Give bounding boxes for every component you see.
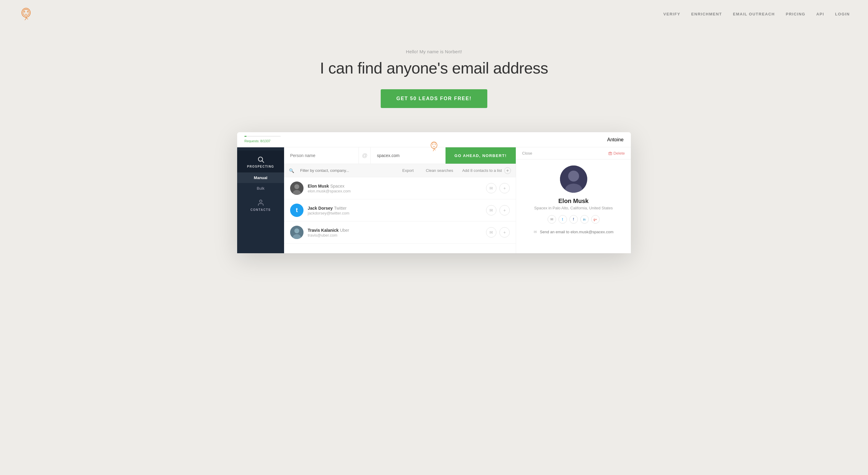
svg-point-5 bbox=[433, 144, 433, 145]
detail-avatar bbox=[560, 166, 587, 193]
filter-bar: 🔍 Export Clean searches Add 8 contacts t… bbox=[284, 164, 516, 177]
add-to-list: Add 8 contacts to a list + bbox=[462, 167, 511, 174]
add-action-button[interactable]: + bbox=[499, 183, 510, 193]
nav-login[interactable]: LOGIN bbox=[835, 12, 850, 16]
contact-email-elon: elon.musk@spacex.com bbox=[308, 189, 486, 193]
nav-enrichment[interactable]: ENRICHMENT bbox=[691, 12, 722, 16]
detail-body: Elon Musk Spacex in Palo Alto, Californi… bbox=[516, 160, 631, 240]
svg-line-8 bbox=[262, 161, 264, 163]
contact-avatar-elon bbox=[290, 181, 304, 195]
nav-logo bbox=[18, 5, 34, 23]
svg-point-1 bbox=[23, 9, 29, 16]
search-icon bbox=[257, 156, 265, 163]
contact-email-jack: jackdorsey@twitter.com bbox=[308, 211, 486, 215]
svg-point-24 bbox=[568, 171, 579, 181]
add-action-button[interactable]: + bbox=[499, 227, 510, 238]
cta-pre: Get bbox=[397, 96, 410, 101]
contact-row: Travis Kalanick Uber travis@uber.com ✉ + bbox=[284, 222, 516, 243]
contact-name-travis: Travis Kalanick bbox=[308, 228, 339, 233]
at-symbol: @ bbox=[359, 147, 371, 164]
detail-contact-name: Elon Musk bbox=[558, 198, 588, 205]
contact-company-spacex: Spacex bbox=[330, 184, 344, 189]
contacts-icon bbox=[257, 199, 265, 206]
contact-info-jack: Jack Dorsey Twitter jackdorsey@twitter.c… bbox=[308, 205, 486, 215]
email-action-button[interactable]: ✉ bbox=[486, 205, 496, 215]
contact-info-travis: Travis Kalanick Uber travis@uber.com bbox=[308, 228, 486, 238]
detail-header: Close Delete bbox=[516, 147, 631, 160]
sidebar: PROSPECTING Manual Bulk CONTACTS bbox=[237, 147, 284, 253]
search-bar: @ GO AHEAD, NORBERT! bbox=[284, 147, 516, 164]
nav-api[interactable]: API bbox=[816, 12, 824, 16]
contact-avatar-travis bbox=[290, 226, 304, 239]
nav-links: VERIFY ENRICHMENT EMAIL OUTREACH PRICING… bbox=[663, 11, 850, 16]
cta-button[interactable]: Get 50 LEADS for free! bbox=[381, 89, 487, 108]
contact-actions-elon: ✉ + bbox=[486, 183, 510, 193]
sidebar-item-contacts[interactable]: CONTACTS bbox=[237, 194, 284, 216]
trash-icon bbox=[609, 151, 612, 155]
contact-name: Elon Musk bbox=[308, 184, 329, 189]
svg-point-3 bbox=[27, 11, 28, 12]
contact-actions-travis: ✉ + bbox=[486, 227, 510, 238]
hero-section: Hello! My name is Norbert! I can find an… bbox=[0, 28, 868, 132]
detail-panel: Close Delete bbox=[516, 147, 631, 253]
app-window: Requests: 8/1337 Antoine PRO bbox=[237, 132, 631, 253]
social-linkedin-icon[interactable]: in bbox=[580, 215, 589, 224]
contact-email-travis: travis@uber.com bbox=[308, 233, 486, 238]
main-nav: VERIFY ENRICHMENT EMAIL OUTREACH PRICING… bbox=[0, 0, 868, 28]
contact-name-jack: Jack Dorsey bbox=[308, 206, 333, 211]
requests-label: Requests: 8/1337 bbox=[244, 139, 271, 143]
nav-verify[interactable]: VERIFY bbox=[663, 12, 680, 16]
email-action-button[interactable]: ✉ bbox=[486, 227, 496, 238]
sidebar-bulk[interactable]: Bulk bbox=[237, 183, 284, 194]
sidebar-sub-items: Manual Bulk bbox=[237, 172, 284, 194]
sidebar-manual[interactable]: Manual bbox=[237, 172, 284, 183]
sidebar-prospecting-label: PROSPECTING bbox=[247, 165, 274, 168]
social-email-icon[interactable]: ✉ bbox=[548, 215, 556, 224]
contact-company-uber: Uber bbox=[340, 228, 349, 233]
contact-row: Elon Musk Spacex elon.musk@spacex.com ✉ … bbox=[284, 177, 516, 199]
social-googleplus-icon[interactable]: g+ bbox=[591, 215, 600, 224]
sidebar-item-prospecting[interactable]: PROSPECTING bbox=[237, 150, 284, 172]
detail-delete-button[interactable]: Delete bbox=[609, 151, 625, 156]
svg-text:t: t bbox=[296, 207, 298, 213]
contact-company-twitter: Twitter bbox=[334, 206, 346, 211]
social-twitter-icon[interactable]: t bbox=[558, 215, 567, 224]
social-facebook-icon[interactable]: f bbox=[569, 215, 578, 224]
sidebar-contacts-label: CONTACTS bbox=[250, 208, 271, 211]
search-button[interactable]: GO AHEAD, NORBERT! bbox=[445, 147, 516, 164]
svg-point-16 bbox=[294, 229, 299, 233]
requests-counter: Requests: 8/1337 bbox=[244, 136, 281, 143]
email-action-button[interactable]: ✉ bbox=[486, 183, 496, 193]
contact-actions-jack: ✉ + bbox=[486, 205, 510, 215]
filter-search-icon: 🔍 bbox=[289, 168, 294, 173]
contact-list: Elon Musk Spacex elon.musk@spacex.com ✉ … bbox=[284, 177, 516, 253]
app-topbar: Requests: 8/1337 Antoine bbox=[237, 132, 631, 147]
cta-post: for free! bbox=[438, 96, 472, 101]
main-content: @ GO AHEAD, NORBERT! 🔍 Export Clean sear… bbox=[284, 147, 516, 253]
cta-bold: 50 LEADS bbox=[410, 96, 438, 101]
nav-email-outreach[interactable]: EMAIL OUTREACH bbox=[733, 12, 775, 16]
delete-label: Delete bbox=[613, 151, 625, 156]
nav-pricing[interactable]: PRICING bbox=[786, 12, 805, 16]
add-action-button[interactable]: + bbox=[499, 205, 510, 215]
app-body: PROSPECTING Manual Bulk CONTACTS bbox=[237, 147, 631, 253]
detail-socials: ✉ t f in g+ bbox=[548, 215, 600, 224]
search-name-input[interactable] bbox=[284, 147, 359, 164]
add-contacts-label: Add 8 contacts to a list bbox=[462, 168, 502, 173]
svg-point-2 bbox=[24, 11, 25, 12]
export-button[interactable]: Export bbox=[399, 167, 417, 174]
contact-avatar-jack: t bbox=[290, 204, 304, 217]
topbar-username: Antoine bbox=[607, 137, 624, 142]
clean-searches-button[interactable]: Clean searches bbox=[423, 167, 456, 174]
detail-email-row: ✉ Send an email to elon.musk@spacex.com bbox=[534, 230, 614, 234]
contact-row: t Jack Dorsey Twitter jackdorsey@twitter… bbox=[284, 199, 516, 222]
filter-input[interactable] bbox=[300, 168, 393, 173]
detail-location: Spacex in Palo Alto, California, United … bbox=[534, 206, 613, 210]
hero-subtitle: Hello! My name is Norbert! bbox=[6, 49, 862, 54]
contact-info-elon: Elon Musk Spacex elon.musk@spacex.com bbox=[308, 183, 486, 193]
detail-email-link[interactable]: Send an email to elon.musk@spacex.com bbox=[540, 230, 614, 234]
detail-close-button[interactable]: Close bbox=[522, 151, 532, 156]
add-contacts-button[interactable]: + bbox=[504, 167, 511, 174]
svg-point-11 bbox=[294, 184, 299, 189]
hero-title: I can find anyone's email address bbox=[6, 59, 862, 77]
